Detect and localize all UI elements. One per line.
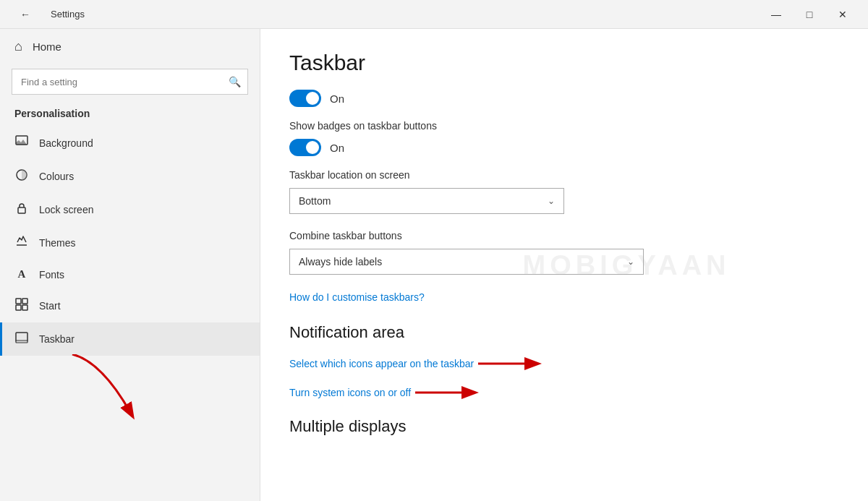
dropdown1-wrap: Taskbar location on screen Bottom ⌄ [289,169,839,214]
notification-link2-row: Turn system icons on or off [289,382,839,403]
svg-rect-5 [16,305,21,310]
lock-screen-icon [14,202,29,218]
red-arrow-1 [478,354,543,374]
notification-link1-row: Select which icons appear on the taskbar [289,354,839,374]
red-arrow-2 [415,382,480,403]
themes-icon [14,235,29,251]
svg-rect-7 [16,333,27,341]
page-title: Taskbar [289,51,839,75]
sidebar-item-background[interactable]: Background [0,127,260,160]
notification-link2[interactable]: Turn system icons on or off [289,387,411,398]
toggle2-row: On [289,139,839,156]
sidebar: ⌂ Home 🔍 Personalisation Background Colo… [0,29,260,501]
start-icon [14,298,29,314]
svg-rect-3 [16,299,21,304]
minimize-button[interactable]: — [760,0,793,29]
notification-area-title: Notification area [289,323,839,342]
dropdown1-value: Bottom [299,195,331,207]
sidebar-item-taskbar[interactable]: Taskbar [0,322,260,356]
customise-link[interactable]: How do I customise taskbars? [289,291,425,303]
toggle1-label: On [330,93,344,105]
multiple-displays-title: Multiple displays [289,417,839,436]
close-button[interactable]: ✕ [826,0,859,29]
app-title: Settings [51,9,85,20]
content-area: MOBIGYAAN Taskbar On Show badges on task… [260,29,868,501]
sidebar-item-label-fonts: Fonts [39,269,64,281]
home-label: Home [33,40,61,53]
sidebar-item-label-lock-screen: Lock screen [39,204,93,215]
notification-link1[interactable]: Select which icons appear on the taskbar [289,358,474,369]
dropdown2-label: Combine taskbar buttons [289,230,839,241]
maximize-button[interactable]: □ [793,0,826,29]
toggle1[interactable] [289,90,321,107]
sidebar-item-lock-screen[interactable]: Lock screen [0,193,260,226]
sidebar-item-colours[interactable]: Colours [0,160,260,193]
dropdown2-wrap: Combine taskbar buttons Always hide labe… [289,230,839,275]
toggle1-row: On [289,90,839,107]
colours-icon [14,168,29,184]
sidebar-item-start[interactable]: Start [0,289,260,322]
svg-rect-4 [22,299,27,304]
toggle2-label: On [330,142,344,154]
svg-rect-8 [16,341,27,343]
toggle2[interactable] [289,139,321,156]
sidebar-item-label-themes: Themes [39,237,76,249]
svg-rect-6 [22,305,27,310]
sidebar-item-home[interactable]: ⌂ Home [0,29,260,64]
sidebar-item-label-colours: Colours [39,171,74,182]
sidebar-item-label-start: Start [39,300,61,312]
search-box: 🔍 [12,69,248,95]
back-button[interactable]: ← [9,0,42,29]
dropdown1-label: Taskbar location on screen [289,169,839,181]
sidebar-item-fonts[interactable]: A Fonts [0,260,260,289]
home-icon: ⌂ [14,39,22,54]
chevron-down-icon-2: ⌄ [627,257,634,267]
svg-rect-2 [18,207,25,213]
title-bar: ← Settings — □ ✕ [0,0,868,29]
dropdown1[interactable]: Bottom ⌄ [289,188,564,214]
sidebar-item-label-background: Background [39,137,93,149]
dropdown2-value: Always hide labels [299,256,382,267]
search-input[interactable] [12,69,248,95]
toggle2-section-label: Show badges on taskbar buttons [289,120,839,132]
taskbar-icon [14,331,29,347]
window-controls: — □ ✕ [760,0,859,29]
search-icon: 🔍 [229,76,241,87]
sidebar-section-title: Personalisation [0,105,260,127]
background-icon [14,135,29,151]
sidebar-item-themes[interactable]: Themes [0,226,260,260]
app-body: ⌂ Home 🔍 Personalisation Background Colo… [0,29,868,501]
sidebar-item-label-taskbar: Taskbar [39,333,75,345]
dropdown2[interactable]: Always hide labels ⌄ [289,249,644,275]
fonts-icon: A [14,268,29,281]
chevron-down-icon: ⌄ [548,196,555,206]
